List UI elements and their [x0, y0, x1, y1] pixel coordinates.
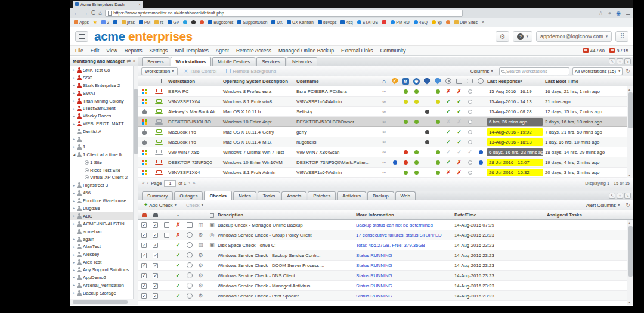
help-menu-button[interactable]: ? ▾: [513, 31, 532, 42]
tab-notes[interactable]: Notes: [233, 191, 256, 200]
servers-counter[interactable]: 44 / 60: [583, 48, 605, 54]
restore-panel-icon[interactable]: ○: [617, 58, 623, 64]
tab-checks[interactable]: Checks: [204, 191, 231, 200]
tree-item[interactable]: ▸Stark Enterprise 2: [70, 82, 133, 89]
maximize-panel-icon[interactable]: ↘: [624, 58, 631, 64]
tree-item[interactable]: ▸1: [70, 143, 133, 151]
checks-col-datetime[interactable]: Date/Time: [454, 212, 547, 218]
expander-icon[interactable]: ▸: [72, 184, 76, 187]
tree-item[interactable]: ▸Alex Test: [70, 258, 133, 266]
tree-item[interactable]: ▸SWAT: [70, 89, 133, 97]
remote-background-button[interactable]: Remote Background: [223, 67, 279, 75]
bookmark-item[interactable]: SupportDash: [237, 20, 267, 24]
expander-icon[interactable]: ▸: [72, 68, 76, 72]
scroll-up-icon[interactable]: ▴: [628, 87, 630, 91]
tree-item[interactable]: ▸SSO: [70, 74, 133, 82]
power-column-icon[interactable]: [475, 76, 486, 86]
email-alert-checkbox[interactable]: ✓: [138, 222, 150, 228]
sms-alert-checkbox[interactable]: ✓: [150, 283, 161, 289]
bookmark-item[interactable]: 4SQ: [414, 20, 428, 24]
menu-file[interactable]: File: [75, 48, 83, 54]
bookmark-item[interactable]: PM RU: [391, 20, 410, 24]
tree-item[interactable]: Ricks Test Site: [70, 166, 133, 174]
tab-patches[interactable]: Patches: [308, 191, 336, 200]
bookmark-item[interactable]: 2: [101, 20, 109, 24]
tree-item[interactable]: ▸AlanTest: [70, 243, 133, 250]
bookmark-item[interactable]: [113, 20, 117, 24]
expander-icon[interactable]: ▸: [72, 199, 76, 203]
sms-alert-checkbox[interactable]: ✓: [150, 293, 161, 299]
chrome-menu-icon[interactable]: ☰: [626, 10, 630, 16]
refresh-icon[interactable]: ↻: [626, 202, 630, 208]
sms-alert-column-icon[interactable]: [150, 213, 161, 217]
sidebar-horizontal-scrollbar[interactable]: [70, 299, 138, 305]
email-alert-checkbox[interactable]: ✓: [138, 233, 150, 238]
tree-item[interactable]: ▸Furniture Warehouse: [70, 197, 133, 204]
tab-summary[interactable]: Summary: [142, 191, 173, 200]
dashboard-home-button[interactable]: [75, 31, 88, 42]
search-workstations-input[interactable]: Search Workstations: [499, 67, 569, 75]
tree-item[interactable]: ▸456: [70, 189, 133, 197]
expand-panel-icon[interactable]: ↖: [609, 58, 615, 64]
bookmark-item[interactable]: PM: [139, 20, 151, 24]
back-icon[interactable]: ←: [73, 10, 79, 16]
workstation-row[interactable]: V9NV8SP1X64Windows 8.1 Profe...AdminV9NV…: [138, 168, 633, 178]
refresh-icon[interactable]: ↻: [626, 68, 630, 74]
email-alert-checkbox[interactable]: ✓: [138, 283, 150, 289]
operating-system-column-header[interactable]: Operating System: [222, 76, 261, 86]
scroll-thumb[interactable]: [134, 89, 138, 154]
tree-item[interactable]: ▸Aleksey: [70, 250, 133, 258]
clock-column-icon[interactable]: [443, 76, 454, 86]
tab-outages[interactable]: Outages: [174, 191, 203, 200]
alert-columns-button[interactable]: Alert Columns▾: [583, 202, 623, 209]
sms-alert-checkbox[interactable]: ✓: [150, 233, 161, 238]
profile-icon[interactable]: ●: [608, 10, 611, 16]
bookmark-item[interactable]: [382, 20, 386, 24]
menu-remote-access[interactable]: Remote Access: [236, 48, 271, 54]
check-more-information-link[interactable]: Total: 465.27GB, Free: 379.36GB: [356, 243, 454, 248]
close-tab-icon[interactable]: ×: [138, 2, 141, 7]
workstation-filter-select[interactable]: All Workstations (15)▾: [572, 67, 623, 75]
last-response-column-header[interactable]: Last Response ▾: [486, 76, 544, 86]
restore-panel-icon[interactable]: ○: [617, 193, 623, 199]
tree-item[interactable]: Virtual XP Client 2: [70, 173, 133, 181]
workstation-row[interactable]: DESKTOP-73NP5Q0Windows 10 Enterp...Win10…: [138, 157, 633, 168]
expander-icon[interactable]: ▸: [72, 261, 76, 264]
tab-services[interactable]: Services: [256, 57, 286, 66]
expander-icon[interactable]: ▸: [72, 91, 76, 95]
workstation-row[interactable]: MacBook ProMac OS X 10.11.4 b...Gerryger…: [138, 127, 633, 137]
reload-icon[interactable]: C: [91, 10, 95, 16]
check-more-information-link[interactable]: Status RUNNING: [356, 273, 454, 278]
tree-item[interactable]: acmebac: [70, 228, 133, 235]
bookmark-item[interactable]: »: [482, 20, 484, 24]
bookmark-item[interactable]: STATUS: [357, 20, 379, 24]
menu-settings[interactable]: Settings: [149, 48, 168, 54]
home-icon[interactable]: ⌂: [98, 10, 102, 16]
columns-menu-button[interactable]: Columns▾: [467, 67, 496, 75]
workstation-row[interactable]: DESKTOP-I5JOLBOWindows 10 Enterp...4aprD…: [138, 117, 633, 127]
first-page-icon[interactable]: «: [142, 181, 144, 186]
check-row[interactable]: ✓✓✓⚙Windows Service Check - Backup Servi…: [138, 250, 633, 261]
headset-column-icon[interactable]: ∩: [379, 76, 389, 86]
tree-item[interactable]: ▸WEB_PROT_MATT: [70, 120, 133, 128]
bookmark-item[interactable]: 4sq: [340, 20, 352, 24]
take-control-button[interactable]: ✕ Take Control: [181, 67, 220, 75]
last-page-icon[interactable]: »: [193, 181, 195, 186]
email-alert-checkbox[interactable]: ✓: [138, 263, 150, 268]
expander-icon[interactable]: ▸: [72, 245, 76, 249]
bookmark-item[interactable]: Yp: [432, 20, 442, 24]
checks-scrollbar[interactable]: ▴▾: [627, 220, 633, 305]
page-number-input[interactable]: 1: [164, 180, 176, 187]
menu-view[interactable]: View: [106, 48, 117, 54]
chat-column-icon[interactable]: [465, 76, 475, 86]
tree-item[interactable]: ▸--: [70, 135, 133, 143]
scroll-up-icon[interactable]: ▴: [628, 221, 630, 225]
tab-tasks[interactable]: Tasks: [258, 191, 280, 200]
check-row[interactable]: ✓✓✗⚙◎Windows Service Check - Group Polic…: [138, 230, 633, 240]
sidebar-refresh-icon[interactable]: ⇄: [127, 58, 131, 64]
workstation-column-header[interactable]: Workstation: [167, 76, 222, 86]
tab-antivirus[interactable]: Antivirus: [337, 191, 366, 200]
check-more-information-link[interactable]: Status RUNNING: [356, 293, 454, 299]
bookmark-star-icon[interactable]: ☆: [599, 10, 603, 16]
sms-alert-checkbox[interactable]: ✓: [150, 273, 161, 278]
